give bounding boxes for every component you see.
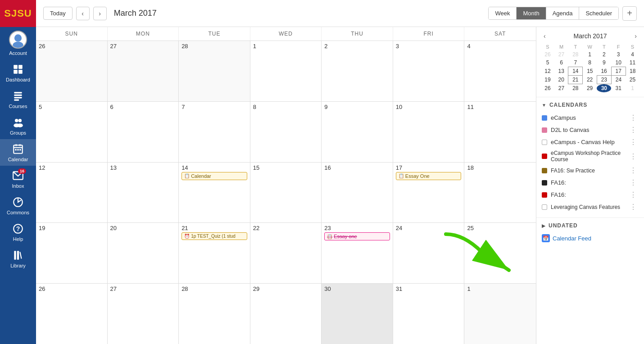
mini-day[interactable]: 28 (568, 84, 583, 93)
calendar-day[interactable]: 23 📋Essay one (322, 223, 393, 283)
sidebar-item-account[interactable]: Account (0, 27, 36, 59)
mini-day[interactable]: 20 (554, 76, 568, 84)
mini-day[interactable]: 3 (611, 50, 626, 59)
mini-day[interactable]: 4 (626, 50, 639, 59)
calendar-day[interactable]: 3 (393, 41, 465, 101)
calendar-color-dot[interactable] (542, 168, 547, 173)
sidebar-item-dashboard[interactable]: Dashboard (0, 59, 36, 86)
calendar-day[interactable]: 6 (108, 102, 179, 162)
calendar-item-menu[interactable]: ⋮ (628, 126, 639, 134)
mini-day[interactable]: 26 (541, 50, 554, 59)
mini-day[interactable]: 16 (597, 67, 611, 76)
calendar-item-menu[interactable]: ⋮ (628, 178, 639, 187)
calendar-feed-button[interactable]: 📅 Calendar Feed (542, 232, 639, 244)
add-button[interactable]: + (622, 6, 637, 21)
calendar-event[interactable]: 📋Essay one (324, 232, 390, 240)
calendar-day[interactable]: 1 (250, 41, 322, 101)
mini-prev-button[interactable]: ‹ (541, 32, 549, 41)
mini-day[interactable]: 6 (554, 59, 568, 67)
calendar-event[interactable]: ⏰1p TEST_Quiz (1 stud (181, 232, 247, 240)
calendar-item-menu[interactable]: ⋮ (628, 113, 639, 122)
calendar-day[interactable]: 29 (250, 284, 322, 344)
calendar-day[interactable]: 22 (250, 223, 322, 283)
sidebar-item-calendar[interactable]: Calendar (0, 139, 36, 166)
mini-day[interactable]: 11 (626, 59, 639, 67)
calendar-day[interactable]: 27 (108, 284, 179, 344)
calendar-color-dot[interactable] (542, 192, 547, 198)
month-view-button[interactable]: Month (517, 7, 546, 19)
calendar-day[interactable]: 11 (464, 102, 536, 162)
today-button[interactable]: Today (43, 7, 73, 20)
agenda-view-button[interactable]: Agenda (546, 7, 580, 19)
mini-day[interactable]: 1 (583, 50, 597, 59)
mini-day[interactable]: 14 (568, 67, 583, 76)
mini-day[interactable]: 23 (597, 76, 611, 84)
sidebar-item-inbox[interactable]: 16 Inbox (0, 166, 36, 192)
calendar-day[interactable]: 20 (108, 223, 179, 283)
mini-day[interactable]: 7 (568, 59, 583, 67)
calendar-event[interactable]: 📋Essay One (396, 172, 462, 180)
mini-day[interactable]: 10 (611, 59, 626, 67)
sidebar-item-library[interactable]: Library (0, 245, 36, 272)
undated-section-header[interactable]: ▶ UNDATED (542, 222, 639, 229)
mini-day-today[interactable]: 30 (597, 84, 611, 93)
calendar-day[interactable]: 10 (393, 102, 465, 162)
calendar-day[interactable]: 16 (322, 163, 393, 223)
mini-day[interactable]: 5 (541, 59, 554, 67)
calendar-color-dot[interactable] (542, 115, 547, 121)
calendars-section-header[interactable]: ▼ CALENDARS (542, 102, 639, 108)
calendar-item-menu[interactable]: ⋮ (628, 166, 639, 175)
mini-day[interactable]: 27 (554, 50, 568, 59)
calendar-day[interactable]: 15 (250, 163, 322, 223)
calendar-day[interactable]: 26 (36, 41, 108, 101)
mini-day[interactable]: 21 (568, 76, 583, 84)
calendar-color-dot[interactable] (542, 180, 547, 186)
next-button[interactable]: › (93, 7, 107, 20)
mini-day[interactable]: 24 (611, 76, 626, 84)
sidebar-item-help[interactable]: ? Help (0, 219, 36, 245)
scheduler-view-button[interactable]: Scheduler (579, 7, 618, 19)
mini-day[interactable]: 26 (541, 84, 554, 93)
mini-day[interactable]: 22 (583, 76, 597, 84)
calendar-color-dot[interactable] (542, 204, 547, 210)
mini-day[interactable]: 13 (554, 67, 568, 76)
calendar-day[interactable]: 27 (108, 41, 179, 101)
calendar-day[interactable]: 9 (322, 102, 393, 162)
mini-day[interactable]: 9 (597, 59, 611, 67)
mini-day[interactable]: 2 (597, 50, 611, 59)
mini-day[interactable]: 15 (583, 67, 597, 76)
calendar-day[interactable]: 8 (250, 102, 322, 162)
week-view-button[interactable]: Week (489, 7, 517, 19)
mini-day[interactable]: 27 (554, 84, 568, 93)
calendar-day[interactable]: 30 (322, 284, 393, 344)
calendar-day[interactable]: 13 (108, 163, 179, 223)
sidebar-item-groups[interactable]: Groups (0, 113, 36, 139)
calendar-item-menu[interactable]: ⋮ (628, 190, 639, 199)
calendar-day[interactable]: 28 (179, 284, 250, 344)
mini-day[interactable]: 19 (541, 76, 554, 84)
mini-day[interactable]: 18 (626, 67, 639, 76)
calendar-day[interactable]: 31 (393, 284, 465, 344)
sidebar-item-commons[interactable]: Commons (0, 192, 36, 219)
calendar-item-menu[interactable]: ⋮ (628, 203, 639, 211)
calendar-color-dot[interactable] (542, 140, 547, 145)
calendar-day[interactable]: 1 (464, 284, 536, 344)
calendar-day[interactable]: 12 (36, 163, 108, 223)
calendar-day[interactable]: 21 ⏰1p TEST_Quiz (1 stud (179, 223, 250, 283)
calendar-day[interactable]: 17 📋Essay One (393, 163, 465, 223)
calendar-day[interactable]: 28 (179, 41, 250, 101)
calendar-item-menu[interactable]: ⋮ (628, 138, 639, 146)
calendar-day[interactable]: 19 (36, 223, 108, 283)
calendar-day[interactable]: 7 (179, 102, 250, 162)
calendar-day[interactable]: 14 📋Calendar (179, 163, 250, 223)
mini-day[interactable]: 28 (568, 50, 583, 59)
calendar-day[interactable]: 18 (464, 163, 536, 223)
mini-day[interactable]: 29 (583, 84, 597, 93)
sidebar-item-courses[interactable]: Courses (0, 86, 36, 113)
calendar-day[interactable]: 25 (464, 223, 536, 283)
mini-day[interactable]: 31 (611, 84, 626, 93)
mini-next-button[interactable]: › (632, 32, 639, 41)
calendar-day[interactable]: 5 (36, 102, 108, 162)
mini-day[interactable]: 8 (583, 59, 597, 67)
prev-button[interactable]: ‹ (76, 7, 90, 20)
